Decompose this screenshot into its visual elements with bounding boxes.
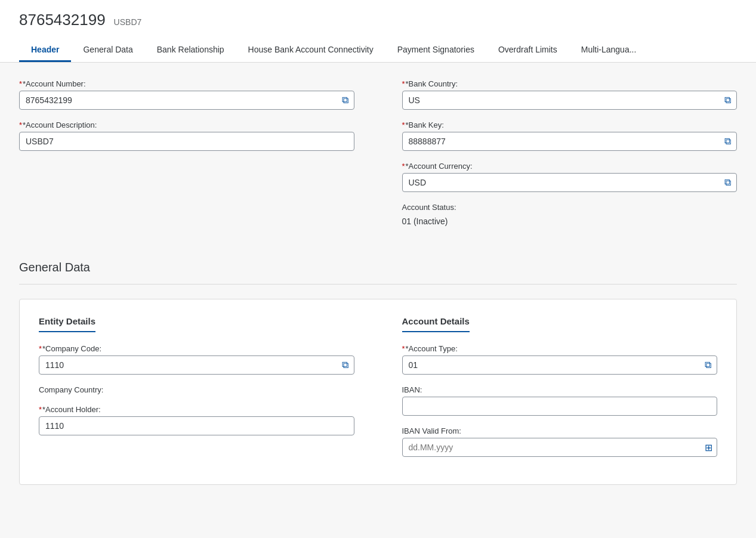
account-details-title: Account Details (402, 316, 470, 332)
tab-overdraft-limits[interactable]: Overdraft Limits (486, 39, 569, 62)
tab-general-data[interactable]: General Data (71, 39, 144, 62)
required-star-2: * (19, 120, 22, 129)
bank-country-copy-icon[interactable]: ⧉ (724, 95, 731, 106)
iban-group: IBAN: (402, 385, 718, 416)
record-id: 8765432199 (19, 11, 106, 29)
required-star: * (19, 79, 22, 88)
iban-valid-from-calendar-icon[interactable]: ⊞ (705, 442, 712, 453)
company-country-group: Company Country: (39, 385, 354, 394)
account-holder-label: **Account Holder: (39, 405, 354, 414)
bank-country-group: **Bank Country: ⧉ (402, 79, 738, 110)
account-description-input[interactable] (19, 132, 354, 151)
account-currency-input[interactable] (402, 173, 738, 192)
required-star-4: * (402, 120, 405, 129)
tab-bank-relationship[interactable]: Bank Relationship (145, 39, 236, 62)
bank-country-wrapper: ⧉ (402, 91, 738, 110)
account-currency-label: **Account Currency: (402, 162, 738, 171)
account-status-label: Account Status: (402, 203, 738, 212)
required-star-5: * (402, 162, 405, 171)
iban-label: IBAN: (402, 385, 718, 394)
company-country-label: Company Country: (39, 385, 354, 394)
required-star-3: * (402, 79, 405, 88)
iban-valid-from-input[interactable] (402, 438, 718, 457)
tab-house-bank-account-connectivity[interactable]: House Bank Account Connectivity (236, 39, 385, 62)
bank-key-label: **Bank Key: (402, 120, 738, 129)
account-number-group: **Account Number: ⧉ (19, 79, 354, 110)
account-currency-group: **Account Currency: ⧉ (402, 162, 738, 192)
required-star-7: * (39, 405, 42, 414)
iban-valid-from-group: IBAN Valid From: ⊞ (402, 426, 718, 457)
general-data-title: General Data (19, 261, 737, 274)
account-currency-wrapper: ⧉ (402, 173, 738, 192)
company-code-group: **Company Code: ⧉ (39, 344, 354, 375)
iban-valid-from-wrapper: ⊞ (402, 438, 718, 457)
account-number-input[interactable] (19, 91, 354, 110)
company-code-input[interactable] (39, 355, 354, 375)
header-right-column: **Bank Country: ⧉ **Bank Key: ⧉ **Acco (402, 79, 738, 237)
account-type-copy-icon[interactable]: ⧉ (705, 360, 711, 370)
account-currency-copy-icon[interactable]: ⧉ (724, 177, 731, 188)
header-left-column: **Account Number: ⧉ **Account Descriptio… (19, 79, 354, 237)
tab-header[interactable]: Header (19, 39, 71, 62)
bank-country-input[interactable] (402, 91, 738, 110)
account-description-group: **Account Description: (19, 120, 354, 151)
account-number-label: **Account Number: (19, 79, 354, 88)
account-number-copy-icon[interactable]: ⧉ (342, 95, 348, 106)
tab-multi-language[interactable]: Multi-Langua... (569, 39, 649, 62)
bank-country-label: **Bank Country: (402, 79, 738, 88)
account-holder-input[interactable] (39, 416, 354, 435)
entity-details-column: Entity Details **Company Code: ⧉ Company… (39, 316, 354, 468)
account-holder-group: **Account Holder: (39, 405, 354, 435)
company-code-label: **Company Code: (39, 344, 354, 353)
section-divider (19, 284, 737, 285)
page-header: 8765432199 USBD7 Header General Data Ban… (0, 0, 756, 63)
bank-key-input[interactable] (402, 132, 738, 151)
account-type-wrapper: ⧉ (402, 355, 718, 375)
account-type-label: **Account Type: (402, 344, 718, 353)
account-type-group: **Account Type: ⧉ (402, 344, 718, 375)
required-star-6: * (39, 344, 42, 353)
record-subtitle: USBD7 (114, 17, 142, 27)
content-area: **Account Number: ⧉ **Account Descriptio… (0, 63, 756, 502)
account-status-value: 01 (Inactive) (402, 214, 738, 226)
general-data-card: Entity Details **Company Code: ⧉ Company… (19, 299, 737, 485)
required-star-8: * (402, 344, 405, 353)
entity-details-title: Entity Details (39, 316, 95, 332)
company-code-wrapper: ⧉ (39, 355, 354, 375)
iban-valid-from-label: IBAN Valid From: (402, 426, 718, 435)
account-details-column: Account Details **Account Type: ⧉ IBAN: (402, 316, 718, 468)
bank-key-group: **Bank Key: ⧉ (402, 120, 738, 151)
tab-nav: Header General Data Bank Relationship Ho… (19, 39, 737, 62)
bank-key-copy-icon[interactable]: ⧉ (724, 136, 731, 147)
company-code-copy-icon[interactable]: ⧉ (342, 360, 348, 370)
account-status-group: Account Status: 01 (Inactive) (402, 203, 738, 226)
account-description-label: **Account Description: (19, 120, 354, 129)
account-number-wrapper: ⧉ (19, 91, 354, 110)
record-title: 8765432199 USBD7 (19, 11, 737, 29)
iban-input[interactable] (402, 397, 718, 416)
sub-sections: Entity Details **Company Code: ⧉ Company… (39, 316, 717, 468)
tab-payment-signatories[interactable]: Payment Signatories (385, 39, 486, 62)
general-data-section: General Data Entity Details **Company Co… (19, 261, 737, 485)
header-form-section: **Account Number: ⧉ **Account Descriptio… (19, 79, 737, 237)
bank-key-wrapper: ⧉ (402, 132, 738, 151)
account-type-input[interactable] (402, 355, 718, 375)
